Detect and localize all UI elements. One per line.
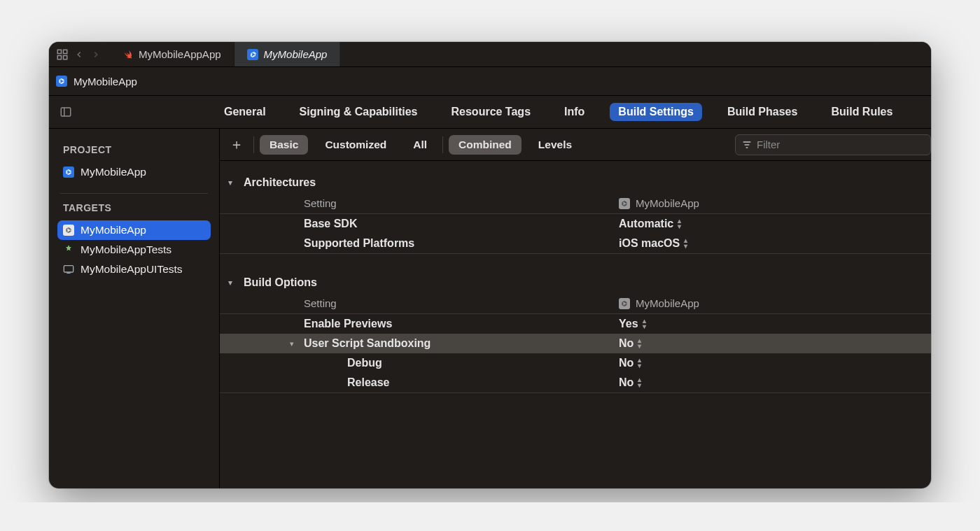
sidebar-item-label: MyMobileAppUITests [80,263,183,276]
setting-value[interactable]: iOS macOS ▴▾ [619,237,687,250]
tab-info[interactable]: Info [556,103,593,121]
svg-rect-3 [64,55,67,59]
column-target: ⌬ MyMobileApp [619,297,699,309]
setting-value[interactable]: Yes ▴▾ [619,318,646,330]
scope-customized[interactable]: Customized [315,135,396,155]
setting-row-enable-previews[interactable]: Enable Previews Yes ▴▾ [220,314,931,334]
editor-tabs: General Signing & Capabilities Resource … [216,103,901,121]
app-icon: ⌬ [247,49,258,60]
panel-toggle-icon[interactable] [56,104,76,120]
section-title: Build Options [244,276,317,289]
sidebar: PROJECT ⌬ MyMobileApp TARGETS ⌬ MyMobile… [49,129,220,488]
svg-rect-1 [64,50,67,53]
setting-name: Supported Platforms [304,237,619,250]
svg-rect-4 [61,108,71,116]
tab-label: MyMobileApp [264,48,328,60]
back-button[interactable] [73,50,85,59]
stepper-icon: ▴▾ [638,338,641,349]
setting-row-user-script-sandboxing[interactable]: ▾ User Script Sandboxing No ▴▾ [220,334,931,353]
sidebar-item-label: MyMobileApp [80,224,146,236]
content-area: ＋ Basic Customized All Combined Levels [220,129,931,488]
stepper-icon: ▴▾ [638,357,641,369]
filter-icon [741,139,752,150]
tab-build-rules[interactable]: Build Rules [822,103,901,121]
filter-input-wrap[interactable] [735,134,931,155]
column-header: Setting ⌬ MyMobileApp [220,193,931,214]
section-header-architectures[interactable]: ▾ Architectures [220,176,931,193]
xcode-window: MyMobileAppApp ⌬ MyMobileApp ⌬ MyMobileA… [49,42,931,488]
app-icon: ⌬ [619,298,630,309]
project-title-row: ⌬ MyMobileApp [49,67,931,96]
sidebar-item-label: MyMobileApp [80,166,146,178]
scope-all[interactable]: All [403,135,437,155]
setting-value-text: No [619,376,634,389]
divider [442,136,443,153]
sidebar-item-label: MyMobileAppTests [80,243,172,256]
setting-name: Debug [347,357,619,369]
sidebar-project-item[interactable]: ⌬ MyMobileApp [57,162,211,182]
tab-general[interactable]: General [216,103,274,121]
setting-value-text: iOS macOS [619,237,680,250]
add-setting-button[interactable]: ＋ [225,135,248,154]
sidebar-target-tests[interactable]: MyMobileAppTests [57,240,211,260]
setting-value-text: Automatic [619,218,673,230]
chevron-down-icon: ▾ [228,178,238,187]
view-levels[interactable]: Levels [528,135,582,155]
view-combined[interactable]: Combined [449,135,522,155]
sidebar-target-uitests[interactable]: MyMobileAppUITests [57,260,211,279]
app-icon: ⌬ [56,76,67,87]
sidebar-target-app[interactable]: ⌬ MyMobileApp [57,220,211,240]
tab-project[interactable]: ⌬ MyMobileApp [234,42,341,66]
stepper-icon: ▴▾ [678,218,681,229]
scope-basic[interactable]: Basic [260,135,308,155]
setting-value[interactable]: No ▴▾ [619,376,641,389]
setting-row-uss-debug[interactable]: Debug No ▴▾ [220,353,931,373]
stepper-icon: ▴▾ [684,238,687,249]
setting-value[interactable]: No ▴▾ [619,357,641,369]
setting-name: User Script Sandboxing [304,337,619,350]
filter-input[interactable] [757,139,925,150]
forward-button[interactable] [90,50,102,59]
sidebar-label-targets: TARGETS [57,202,211,220]
filter-bar: ＋ Basic Customized All Combined Levels [220,129,931,161]
svg-rect-6 [64,266,73,272]
section-header-build-options[interactable]: ▾ Build Options [220,276,931,293]
settings-area: ▾ Architectures Setting ⌬ MyMobileApp Ba… [220,161,931,488]
divider [253,136,254,153]
column-target-label: MyMobileApp [636,297,699,309]
stepper-icon: ▴▾ [638,377,641,388]
setting-row-uss-release[interactable]: Release No ▴▾ [220,373,931,392]
project-title: MyMobileApp [74,76,137,87]
app-icon: ⌬ [619,198,630,209]
setting-row-base-sdk[interactable]: Base SDK Automatic ▴▾ [220,214,931,234]
tab-resource-tags[interactable]: Resource Tags [443,103,540,121]
section-title: Architectures [244,176,316,189]
main-split: PROJECT ⌬ MyMobileApp TARGETS ⌬ MyMobile… [49,129,931,488]
setting-name: Enable Previews [304,318,619,330]
setting-value-text: No [619,337,634,350]
setting-value[interactable]: Automatic ▴▾ [619,218,681,230]
setting-value-text: Yes [619,318,638,330]
ui-test-icon [63,264,74,275]
tab-build-settings[interactable]: Build Settings [610,103,702,121]
sidebar-separator [60,193,208,194]
tab-signing[interactable]: Signing & Capabilities [291,103,426,121]
filter-right [735,134,931,155]
app-icon: ⌬ [63,167,74,178]
sidebar-label-project: PROJECT [57,144,211,162]
setting-row-supported-platforms[interactable]: Supported Platforms iOS macOS ▴▾ [220,234,931,253]
scope-segment: Basic Customized All [260,135,437,155]
tab-bar: MyMobileAppApp ⌬ MyMobileApp [49,42,931,67]
setting-value[interactable]: No ▴▾ [619,337,641,350]
navigator-grid-icon[interactable] [56,48,69,61]
architectures-table: Base SDK Automatic ▴▾ Supported Platform… [220,214,931,254]
chevron-down-icon[interactable]: ▾ [290,339,300,348]
svg-rect-2 [57,55,61,59]
tab-build-phases[interactable]: Build Phases [719,103,806,121]
build-options-table: Enable Previews Yes ▴▾ ▾ User Script San… [220,314,931,393]
column-target: ⌬ MyMobileApp [619,197,699,209]
swift-icon [122,49,133,60]
tab-label: MyMobileAppApp [139,48,221,60]
tab-swift-file[interactable]: MyMobileAppApp [109,42,234,66]
setting-value-text: No [619,357,634,369]
